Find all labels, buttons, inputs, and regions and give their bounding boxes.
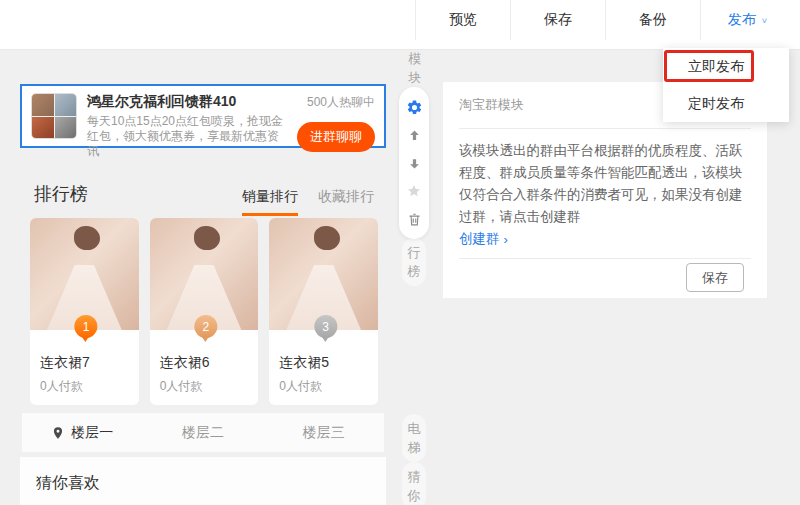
divider — [459, 128, 751, 129]
floor-tab-label: 楼层二 — [182, 424, 224, 442]
join-group-button[interactable]: 进群聊聊 — [297, 122, 375, 152]
taobao-group-module[interactable]: 鸿星尔克福利回馈群410 500人热聊中 每天10点15点20点红包喷泉，抢现金… — [20, 84, 386, 148]
divider — [459, 258, 751, 259]
menu-item-scheduled-publish[interactable]: 定时发布 — [663, 85, 789, 122]
move-down-icon[interactable] — [406, 155, 423, 172]
product-card[interactable]: 3 连衣裙5 0人付款 — [269, 218, 378, 405]
avatar — [32, 117, 54, 139]
page-preview-panel: 鸿星尔克福利回馈群410 500人热聊中 每天10点15点20点红包喷泉，抢现金… — [18, 50, 390, 505]
ranking-product-list: 1 连衣裙7 0人付款 2 连衣裙6 0人付款 3 连衣裙5 0人 — [30, 218, 378, 405]
avatar — [55, 117, 77, 139]
floor-tab-label: 楼层三 — [303, 424, 345, 442]
product-image — [269, 218, 378, 330]
group-title: 鸿星尔克福利回馈群410 — [87, 93, 236, 111]
chevron-down-icon: ∨ — [761, 16, 768, 25]
backup-button[interactable]: 备份 — [605, 0, 700, 40]
product-name: 连衣裙5 — [279, 354, 368, 372]
panel-save-button[interactable]: 保存 — [686, 263, 744, 292]
floor-tab-1[interactable]: 楼层一 — [22, 413, 143, 452]
panel-title: 淘宝群模块 — [459, 96, 524, 114]
floor-tabs: 楼层一 楼层二 楼层三 — [22, 413, 384, 452]
create-group-link-label: 创建群 — [459, 230, 500, 248]
guess-heading: 猜你喜欢 — [20, 457, 386, 494]
rail-label-module[interactable]: 模块 — [403, 44, 427, 92]
ranking-heading: 排行榜 — [34, 182, 88, 206]
product-name: 连衣裙6 — [160, 354, 249, 372]
product-image — [30, 218, 139, 330]
menu-item-publish-now[interactable]: 立即发布 — [663, 48, 789, 85]
rank-badge: 2 — [194, 315, 217, 338]
preview-button[interactable]: 预览 — [415, 0, 510, 40]
floor-tab-2[interactable]: 楼层二 — [143, 413, 264, 452]
group-info: 鸿星尔克福利回馈群410 500人热聊中 每天10点15点20点红包喷泉，抢现金… — [87, 93, 375, 139]
product-image — [150, 218, 259, 330]
group-avatar-grid — [31, 93, 77, 139]
floor-tab-3[interactable]: 楼层三 — [263, 413, 384, 452]
rail-label-elevator[interactable]: 电梯 — [402, 414, 426, 462]
publish-button[interactable]: 发布 ∨ — [700, 0, 795, 40]
trash-icon[interactable] — [406, 211, 423, 228]
top-toolbar: 预览 保存 备份 发布 ∨ — [0, 0, 800, 50]
avatar — [32, 94, 54, 116]
avatar — [55, 94, 77, 116]
module-toolbar — [399, 87, 429, 239]
chevron-right-icon: › — [504, 232, 508, 247]
page: 预览 保存 备份 发布 ∨ 鸿星尔克福利回馈群410 500人热聊中 每天10点 — [0, 0, 800, 505]
tab-favorites-ranking[interactable]: 收藏排行 — [318, 188, 374, 216]
save-button[interactable]: 保存 — [510, 0, 605, 40]
group-members-count: 500人热聊中 — [307, 94, 375, 111]
move-up-icon[interactable] — [406, 127, 423, 144]
rail-label-guess[interactable]: 猜你 — [402, 462, 426, 505]
ranking-tabs: 销量排行 收藏排行 — [242, 188, 374, 216]
product-sales: 0人付款 — [279, 378, 368, 395]
create-group-link[interactable]: 创建群 › — [459, 230, 508, 248]
product-card[interactable]: 2 连衣裙6 0人付款 — [150, 218, 259, 405]
product-name: 连衣裙7 — [40, 354, 129, 372]
tab-sales-ranking[interactable]: 销量排行 — [242, 188, 298, 216]
floor-tab-label: 楼层一 — [71, 424, 113, 442]
product-sales: 0人付款 — [160, 378, 249, 395]
location-pin-icon — [51, 425, 65, 441]
gear-icon[interactable] — [406, 99, 423, 116]
rank-badge: 1 — [75, 315, 98, 338]
product-sales: 0人付款 — [40, 378, 129, 395]
guess-you-like-section: 猜你喜欢 — [20, 457, 386, 505]
publish-button-label: 发布 — [728, 11, 756, 29]
group-description: 每天10点15点20点红包喷泉，抢现金红包，领大额优惠券，享最新优惠资讯 — [87, 114, 297, 159]
rail-label-ranking[interactable]: 行榜 — [402, 238, 426, 286]
module-description: 该模块透出的群由平台根据群的优质程度、活跃程度、群成员质量等条件智能匹配透出，该… — [459, 140, 751, 228]
product-card[interactable]: 1 连衣裙7 0人付款 — [30, 218, 139, 405]
star-icon[interactable] — [406, 183, 423, 200]
publish-dropdown-menu: 立即发布 定时发布 — [663, 48, 789, 122]
rank-badge: 3 — [314, 315, 337, 338]
